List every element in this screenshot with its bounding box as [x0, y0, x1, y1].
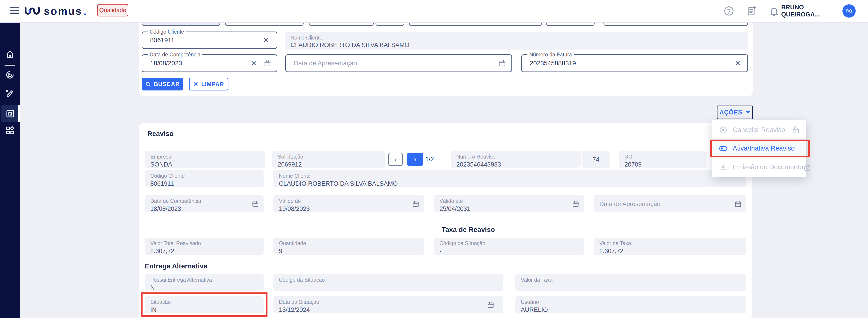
download-icon: [719, 163, 727, 171]
nome-cliente-label: Nome Cliente: [290, 35, 322, 41]
data-competencia-value: 18/08/2023: [150, 205, 181, 213]
logo-mark-icon: [23, 4, 41, 18]
avatar[interactable]: BQ: [842, 4, 856, 18]
sidebar-divider: [4, 65, 15, 66]
toggle-icon: [719, 146, 727, 152]
cancel-circle-icon: [719, 126, 727, 134]
limpar-button[interactable]: ✕ LIMPAR: [189, 78, 228, 91]
usuario-field: Usuário AURELIO: [515, 296, 746, 313]
numero-reaviso-label: Número Reaviso: [456, 154, 495, 160]
calendar-icon[interactable]: [499, 59, 506, 67]
valor-taxa-label: Valor da Taxa: [599, 240, 631, 247]
buscar-button[interactable]: BUSCAR: [142, 78, 183, 91]
codigo-cliente-value: 8061911: [150, 180, 174, 187]
notifications-bell-icon[interactable]: [769, 6, 779, 17]
note-add-icon[interactable]: [746, 6, 757, 16]
calendar-icon[interactable]: [264, 59, 271, 67]
data-competencia-input[interactable]: Data de Competência 18/08/2023 ✕: [142, 54, 277, 72]
data-apresentacao-input[interactable]: Data de Apresentação: [285, 54, 512, 72]
empresa-label: Empresa: [150, 154, 171, 160]
possui-entrega-field: Possui Entrega Alternativa N: [145, 274, 264, 291]
uc-value: 20709: [624, 161, 642, 168]
partial-field[interactable]: [375, 22, 404, 26]
valido-de-label: Válido de: [279, 198, 301, 204]
help-icon[interactable]: [724, 6, 734, 16]
valido-de-value: 19/08/2023: [279, 205, 310, 213]
codigo-situacao-label: Código da Situação: [439, 240, 486, 247]
next-page-button[interactable]: ›: [407, 153, 423, 166]
logo-text: somus: [44, 5, 82, 18]
search-icon: [145, 81, 151, 87]
valor-total-value: 2.307,72: [150, 248, 174, 255]
sidebar-item-frame-icon[interactable]: [5, 109, 15, 119]
calendar-icon: [734, 200, 742, 208]
sidebar: [0, 22, 20, 318]
empresa-field: Empresa SONDA: [145, 151, 265, 168]
sidebar-item-radar-icon[interactable]: [5, 70, 15, 80]
codigo-cliente-input[interactable]: Código Cliente 8061911 ✕: [142, 32, 277, 49]
data-apresentacao-placeholder: Data de Apresentação: [599, 200, 660, 208]
quantidade-label: Quantidade: [279, 240, 306, 247]
taxa-codigo-situacao-field: Código da Situação -: [434, 237, 584, 255]
acoes-dropdown-menu: Cancelar Reaviso Ativa/Inativa Reaviso E…: [712, 120, 806, 177]
codigo-situacao-value: -: [439, 248, 441, 255]
valido-ate-field: Válido até 25/04/2031: [434, 195, 584, 213]
aux-value: 74: [582, 156, 610, 163]
valor-total-reavisado-field: Valor Total Reavisado 2.307,72: [145, 237, 264, 255]
valor-taxa-value: -: [521, 284, 523, 291]
situacao-label: Situação: [150, 299, 171, 305]
lock-icon: [792, 125, 800, 134]
numero-fatura-input[interactable]: Número da Fatura 2023545888319 ✕: [521, 54, 748, 72]
limpar-label: LIMPAR: [201, 81, 224, 88]
partial-field[interactable]: [603, 22, 748, 26]
solicitacao-value: 2069912: [278, 161, 302, 168]
nome-cliente-value: CLAUDIO ROBERTO DA SILVA BALSAMO: [290, 41, 409, 49]
menu-item-ativa-inativa-reaviso[interactable]: Ativa/Inativa Reaviso: [712, 140, 806, 157]
valor-total-label: Valor Total Reavisado: [150, 240, 201, 247]
clear-icon[interactable]: ✕: [263, 37, 269, 44]
reaviso-nome-cliente-field: Nome Cliente CLAUDIO ROBERTO DA SILVA BA…: [273, 170, 746, 187]
calendar-icon: [487, 301, 494, 309]
acoes-button[interactable]: AÇÕES: [717, 105, 753, 119]
sidebar-item-home-icon[interactable]: [5, 49, 15, 59]
partial-field[interactable]: [409, 22, 542, 26]
valor-taxa-label: Valor da Taxa: [521, 277, 553, 283]
solicitacao-label: Solicitação: [278, 154, 303, 160]
uc-field: UC 20709: [619, 151, 707, 168]
partial-field[interactable]: [225, 22, 304, 26]
menu-item-cancelar-reaviso[interactable]: Cancelar Reaviso: [712, 120, 806, 139]
partial-field[interactable]: [546, 22, 595, 26]
app-window: somus . Qualidade BRUNO QUEIROGA... BQ C…: [0, 0, 868, 318]
reaviso-data-competencia-field: Data de Competência 18/08/2023: [145, 195, 264, 213]
usuario-value: AURELIO: [521, 306, 548, 313]
page-indicator: 1/2: [425, 153, 434, 166]
partial-field[interactable]: [309, 22, 374, 26]
data-apresentacao-placeholder: Data de Apresentação: [294, 60, 357, 67]
partial-field[interactable]: [142, 22, 220, 26]
sidebar-item-edit-icon[interactable]: [5, 89, 15, 99]
menu-item-label: Ativa/Inativa Reaviso: [733, 145, 795, 152]
valor-taxa-value: 2.307,72: [599, 248, 623, 255]
sidebar-active-indicator: [18, 105, 20, 122]
nome-cliente-field: Nome Cliente CLAUDIO ROBERTO DA SILVA BA…: [285, 32, 748, 50]
menu-item-label: Cancelar Reaviso: [733, 126, 785, 134]
entrega-valor-taxa-field: Valor da Taxa -: [515, 274, 746, 291]
quantidade-value: 9: [279, 248, 282, 255]
reaviso-title: Reaviso: [147, 130, 174, 137]
codigo-situacao-label: Código da Situação: [279, 277, 325, 283]
acoes-label: AÇÕES: [719, 109, 742, 116]
clear-icon[interactable]: ✕: [735, 60, 741, 67]
reaviso-data-apresentacao-field: Data de Apresentação: [594, 195, 746, 213]
valido-ate-value: 25/04/2031: [439, 205, 470, 213]
possui-entrega-value: N: [150, 284, 155, 291]
user-name[interactable]: BRUNO QUEIROGA...: [781, 0, 837, 22]
app-logo[interactable]: somus .: [23, 3, 87, 19]
clear-icon[interactable]: ✕: [251, 60, 256, 67]
prev-page-button[interactable]: ‹: [388, 153, 403, 166]
menu-item-emissao-de-documento[interactable]: Emissão de Documento: [712, 157, 806, 177]
uc-label: UC: [624, 154, 632, 160]
hamburger-menu-icon[interactable]: [10, 7, 19, 15]
buscar-label: BUSCAR: [154, 81, 180, 88]
chevron-down-icon: [746, 111, 750, 114]
sidebar-item-modules-icon[interactable]: [5, 125, 15, 135]
